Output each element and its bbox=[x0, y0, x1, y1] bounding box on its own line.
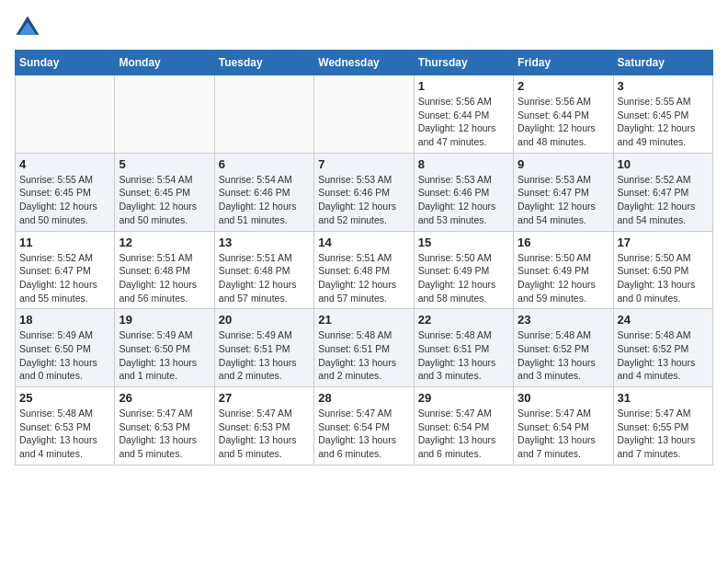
calendar-cell: 30Sunrise: 5:47 AM Sunset: 6:54 PM Dayli… bbox=[514, 387, 613, 465]
weekday-header: Friday bbox=[514, 51, 613, 75]
calendar-cell: 10Sunrise: 5:52 AM Sunset: 6:47 PM Dayli… bbox=[613, 153, 712, 231]
calendar-cell: 19Sunrise: 5:49 AM Sunset: 6:50 PM Dayli… bbox=[115, 309, 214, 387]
calendar-cell: 1Sunrise: 5:56 AM Sunset: 6:44 PM Daylig… bbox=[414, 75, 513, 154]
day-number: 4 bbox=[19, 157, 110, 171]
calendar-cell: 12Sunrise: 5:51 AM Sunset: 6:48 PM Dayli… bbox=[115, 231, 214, 309]
calendar-cell: 21Sunrise: 5:48 AM Sunset: 6:51 PM Dayli… bbox=[314, 309, 414, 387]
calendar-cell: 31Sunrise: 5:47 AM Sunset: 6:55 PM Dayli… bbox=[613, 387, 712, 465]
day-number: 5 bbox=[119, 157, 210, 171]
weekday-header: Tuesday bbox=[214, 51, 313, 75]
calendar-week-row: 18Sunrise: 5:49 AM Sunset: 6:50 PM Dayli… bbox=[16, 309, 713, 387]
day-number: 20 bbox=[219, 313, 310, 327]
calendar-cell: 25Sunrise: 5:48 AM Sunset: 6:53 PM Dayli… bbox=[16, 387, 115, 465]
calendar-cell: 11Sunrise: 5:52 AM Sunset: 6:47 PM Dayli… bbox=[16, 231, 115, 309]
calendar-cell: 28Sunrise: 5:47 AM Sunset: 6:54 PM Dayli… bbox=[314, 387, 414, 465]
day-info: Sunrise: 5:53 AM Sunset: 6:46 PM Dayligh… bbox=[418, 173, 509, 227]
calendar-week-row: 4Sunrise: 5:55 AM Sunset: 6:45 PM Daylig… bbox=[16, 153, 713, 231]
day-number: 9 bbox=[518, 157, 609, 171]
day-info: Sunrise: 5:53 AM Sunset: 6:47 PM Dayligh… bbox=[518, 173, 609, 227]
calendar-cell: 16Sunrise: 5:50 AM Sunset: 6:49 PM Dayli… bbox=[514, 231, 613, 309]
day-number: 25 bbox=[19, 391, 110, 405]
day-info: Sunrise: 5:47 AM Sunset: 6:54 PM Dayligh… bbox=[318, 407, 409, 461]
calendar-header-row: SundayMondayTuesdayWednesdayThursdayFrid… bbox=[16, 51, 713, 75]
day-info: Sunrise: 5:50 AM Sunset: 6:49 PM Dayligh… bbox=[518, 251, 609, 305]
day-info: Sunrise: 5:52 AM Sunset: 6:47 PM Dayligh… bbox=[618, 173, 709, 227]
calendar-cell: 9Sunrise: 5:53 AM Sunset: 6:47 PM Daylig… bbox=[514, 153, 613, 231]
day-info: Sunrise: 5:54 AM Sunset: 6:45 PM Dayligh… bbox=[119, 173, 210, 227]
day-number: 30 bbox=[518, 391, 609, 405]
day-number: 26 bbox=[119, 391, 210, 405]
day-number: 19 bbox=[119, 313, 210, 327]
calendar-cell: 22Sunrise: 5:48 AM Sunset: 6:51 PM Dayli… bbox=[414, 309, 513, 387]
day-info: Sunrise: 5:50 AM Sunset: 6:49 PM Dayligh… bbox=[418, 251, 509, 305]
logo bbox=[15, 15, 42, 40]
weekday-header: Thursday bbox=[414, 51, 513, 75]
day-info: Sunrise: 5:47 AM Sunset: 6:54 PM Dayligh… bbox=[518, 407, 609, 461]
day-number: 23 bbox=[518, 313, 609, 327]
day-info: Sunrise: 5:51 AM Sunset: 6:48 PM Dayligh… bbox=[119, 251, 210, 305]
calendar-cell bbox=[314, 75, 414, 154]
day-number: 24 bbox=[618, 313, 709, 327]
day-info: Sunrise: 5:56 AM Sunset: 6:44 PM Dayligh… bbox=[418, 95, 509, 149]
day-number: 7 bbox=[318, 157, 409, 171]
calendar-cell bbox=[16, 75, 115, 154]
day-info: Sunrise: 5:49 AM Sunset: 6:50 PM Dayligh… bbox=[119, 328, 210, 383]
calendar-cell: 3Sunrise: 5:55 AM Sunset: 6:45 PM Daylig… bbox=[613, 75, 712, 154]
calendar-cell: 24Sunrise: 5:48 AM Sunset: 6:52 PM Dayli… bbox=[613, 309, 712, 387]
day-info: Sunrise: 5:47 AM Sunset: 6:53 PM Dayligh… bbox=[119, 407, 210, 461]
calendar-week-row: 1Sunrise: 5:56 AM Sunset: 6:44 PM Daylig… bbox=[16, 75, 713, 154]
calendar-cell: 27Sunrise: 5:47 AM Sunset: 6:53 PM Dayli… bbox=[214, 387, 313, 465]
day-number: 15 bbox=[418, 236, 509, 249]
calendar-week-row: 25Sunrise: 5:48 AM Sunset: 6:53 PM Dayli… bbox=[16, 387, 713, 465]
calendar-cell: 8Sunrise: 5:53 AM Sunset: 6:46 PM Daylig… bbox=[414, 153, 513, 231]
day-info: Sunrise: 5:47 AM Sunset: 6:55 PM Dayligh… bbox=[618, 407, 709, 461]
day-number: 31 bbox=[618, 391, 709, 405]
day-info: Sunrise: 5:51 AM Sunset: 6:48 PM Dayligh… bbox=[318, 251, 409, 305]
day-number: 2 bbox=[518, 79, 609, 93]
day-info: Sunrise: 5:48 AM Sunset: 6:53 PM Dayligh… bbox=[19, 407, 110, 461]
calendar-week-row: 11Sunrise: 5:52 AM Sunset: 6:47 PM Dayli… bbox=[16, 231, 713, 309]
day-info: Sunrise: 5:54 AM Sunset: 6:46 PM Dayligh… bbox=[219, 173, 310, 227]
day-info: Sunrise: 5:50 AM Sunset: 6:50 PM Dayligh… bbox=[618, 251, 709, 305]
page-header bbox=[15, 15, 713, 40]
calendar-cell: 17Sunrise: 5:50 AM Sunset: 6:50 PM Dayli… bbox=[613, 231, 712, 309]
calendar-cell: 2Sunrise: 5:56 AM Sunset: 6:44 PM Daylig… bbox=[514, 75, 613, 154]
day-number: 1 bbox=[418, 79, 509, 93]
weekday-header: Wednesday bbox=[314, 51, 414, 75]
day-info: Sunrise: 5:53 AM Sunset: 6:46 PM Dayligh… bbox=[318, 173, 409, 227]
day-number: 18 bbox=[19, 313, 110, 327]
calendar-cell: 26Sunrise: 5:47 AM Sunset: 6:53 PM Dayli… bbox=[115, 387, 214, 465]
day-number: 6 bbox=[219, 157, 310, 171]
day-number: 11 bbox=[19, 236, 110, 249]
day-number: 12 bbox=[119, 236, 210, 249]
calendar-cell: 18Sunrise: 5:49 AM Sunset: 6:50 PM Dayli… bbox=[16, 309, 115, 387]
calendar-cell: 7Sunrise: 5:53 AM Sunset: 6:46 PM Daylig… bbox=[314, 153, 414, 231]
day-info: Sunrise: 5:48 AM Sunset: 6:51 PM Dayligh… bbox=[418, 328, 509, 383]
day-info: Sunrise: 5:48 AM Sunset: 6:52 PM Dayligh… bbox=[618, 328, 709, 383]
day-info: Sunrise: 5:51 AM Sunset: 6:48 PM Dayligh… bbox=[219, 251, 310, 305]
day-info: Sunrise: 5:48 AM Sunset: 6:52 PM Dayligh… bbox=[518, 328, 609, 383]
day-info: Sunrise: 5:55 AM Sunset: 6:45 PM Dayligh… bbox=[19, 173, 110, 227]
day-info: Sunrise: 5:49 AM Sunset: 6:50 PM Dayligh… bbox=[19, 328, 110, 383]
calendar-cell bbox=[214, 75, 313, 154]
day-number: 16 bbox=[518, 236, 609, 249]
day-number: 17 bbox=[618, 236, 709, 249]
calendar-cell: 23Sunrise: 5:48 AM Sunset: 6:52 PM Dayli… bbox=[514, 309, 613, 387]
day-number: 27 bbox=[219, 391, 310, 405]
day-number: 28 bbox=[318, 391, 409, 405]
logo-icon bbox=[15, 15, 40, 40]
calendar-cell: 29Sunrise: 5:47 AM Sunset: 6:54 PM Dayli… bbox=[414, 387, 513, 465]
day-number: 29 bbox=[418, 391, 509, 405]
calendar-cell: 4Sunrise: 5:55 AM Sunset: 6:45 PM Daylig… bbox=[16, 153, 115, 231]
calendar-cell: 15Sunrise: 5:50 AM Sunset: 6:49 PM Dayli… bbox=[414, 231, 513, 309]
calendar-cell: 5Sunrise: 5:54 AM Sunset: 6:45 PM Daylig… bbox=[115, 153, 214, 231]
weekday-header: Sunday bbox=[16, 51, 115, 75]
day-number: 22 bbox=[418, 313, 509, 327]
day-number: 21 bbox=[318, 313, 409, 327]
day-number: 14 bbox=[318, 236, 409, 249]
day-info: Sunrise: 5:56 AM Sunset: 6:44 PM Dayligh… bbox=[518, 95, 609, 149]
day-number: 13 bbox=[219, 236, 310, 249]
day-info: Sunrise: 5:47 AM Sunset: 6:53 PM Dayligh… bbox=[219, 407, 310, 461]
calendar-cell: 20Sunrise: 5:49 AM Sunset: 6:51 PM Dayli… bbox=[214, 309, 313, 387]
calendar-cell: 6Sunrise: 5:54 AM Sunset: 6:46 PM Daylig… bbox=[214, 153, 313, 231]
